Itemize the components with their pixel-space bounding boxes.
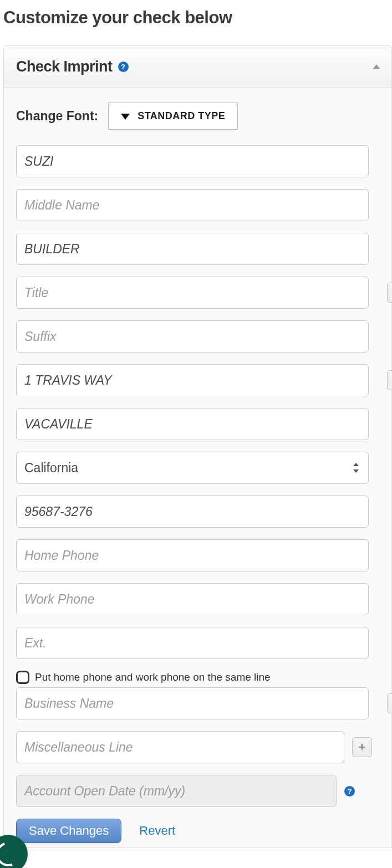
chevron-down-icon <box>121 114 130 120</box>
revert-link[interactable]: Revert <box>139 824 175 838</box>
zip-input[interactable] <box>16 496 369 528</box>
help-icon[interactable]: ? <box>118 62 129 72</box>
same-line-checkbox[interactable] <box>16 671 29 684</box>
page-title: Customize your check below <box>0 0 392 33</box>
misc-line-input[interactable] <box>16 731 344 763</box>
work-phone-input[interactable] <box>16 583 369 615</box>
address-input[interactable] <box>16 364 369 396</box>
font-picker[interactable]: STANDARD TYPE <box>108 103 238 130</box>
panel-header[interactable]: Check Imprint ? <box>4 46 391 88</box>
home-phone-input[interactable] <box>16 539 369 571</box>
state-select[interactable]: California <box>16 452 369 484</box>
add-misc-line-button[interactable]: + <box>352 737 372 757</box>
account-open-date-input[interactable] <box>16 775 337 807</box>
add-address-button[interactable]: + <box>387 370 392 390</box>
title-input[interactable] <box>16 277 369 309</box>
font-picker-value: STANDARD TYPE <box>138 110 225 122</box>
panel-title: Check Imprint <box>16 58 113 75</box>
change-font-row: Change Font: STANDARD TYPE <box>16 103 391 130</box>
change-font-label: Change Font: <box>16 109 98 124</box>
collapse-caret-icon <box>373 64 380 69</box>
ext-input[interactable] <box>16 627 369 659</box>
same-line-label: Put home phone and work phone on the sam… <box>35 671 271 683</box>
save-changes-button[interactable]: Save Changes <box>16 819 121 843</box>
add-business-name-button[interactable]: + <box>387 693 392 713</box>
business-name-input[interactable] <box>16 687 369 719</box>
city-input[interactable] <box>16 408 369 440</box>
check-imprint-panel: Check Imprint ? Change Font: STANDARD TY… <box>3 45 392 848</box>
add-title-button[interactable]: + <box>387 283 392 303</box>
last-name-input[interactable] <box>16 233 369 265</box>
panel-body: Change Font: STANDARD TYPE + <box>4 88 391 847</box>
first-name-input[interactable] <box>16 145 369 177</box>
help-icon[interactable]: ? <box>344 786 355 796</box>
middle-name-input[interactable] <box>16 189 369 221</box>
suffix-input[interactable] <box>16 320 369 353</box>
